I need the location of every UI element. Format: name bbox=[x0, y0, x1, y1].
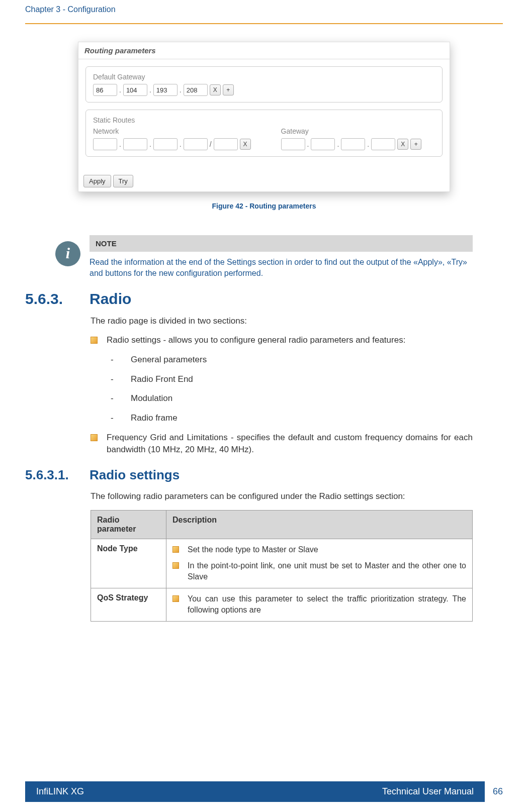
net-octet-4[interactable] bbox=[184, 138, 208, 150]
gw-add-button[interactable]: + bbox=[223, 84, 234, 95]
net-octet-2[interactable] bbox=[123, 138, 147, 150]
sub-radio-front-end: -Radio Front End bbox=[107, 373, 473, 386]
section-title-radio-settings: Radio settings bbox=[90, 467, 180, 483]
cell-node-type: Node Type bbox=[91, 539, 166, 588]
note-title: NOTE bbox=[90, 235, 473, 252]
section-number-5631: 5.6.3.1. bbox=[25, 467, 80, 483]
gw-octet-2[interactable]: 104 bbox=[123, 84, 147, 96]
page-footer: InfiLINK XG Technical User Manual 66 bbox=[25, 781, 503, 802]
routing-parameters-panel: Routing parameters Default Gateway 86. 1… bbox=[78, 42, 450, 192]
info-icon: i bbox=[55, 241, 80, 266]
gw-octet-3[interactable]: 193 bbox=[153, 84, 178, 96]
panel-title: Routing parameters bbox=[78, 42, 450, 59]
section-intro-1: The radio page is divided in two section… bbox=[91, 315, 473, 328]
static-routes-box: Static Routes Network . . . / X bbox=[85, 110, 443, 157]
cell-qos-strategy: QoS Strategy bbox=[91, 588, 166, 621]
gw-clear-button[interactable]: X bbox=[210, 84, 221, 95]
route-gw-octet-4[interactable] bbox=[371, 138, 395, 150]
section-title-radio: Radio bbox=[90, 290, 131, 308]
footer-product: InfiLINK XG bbox=[36, 786, 84, 797]
header-divider bbox=[25, 23, 503, 24]
route-add-button[interactable]: + bbox=[410, 139, 421, 150]
route-gw-octet-3[interactable] bbox=[341, 138, 365, 150]
net-octet-1[interactable] bbox=[93, 138, 117, 150]
radio-parameters-table: Radio parameter Description Node Type Se… bbox=[91, 510, 473, 622]
cidr-slash: / bbox=[210, 140, 212, 148]
node-type-bullet-1: Set the node type to Master or Slave bbox=[172, 544, 466, 555]
network-label: Network bbox=[93, 127, 251, 135]
sub-radio-frame: -Radio frame bbox=[107, 412, 473, 425]
sub-general-params: -General parameters bbox=[107, 354, 473, 366]
gw-octet-1[interactable]: 86 bbox=[93, 84, 117, 96]
static-routes-label: Static Routes bbox=[93, 116, 435, 124]
gw-octet-4[interactable]: 208 bbox=[184, 84, 208, 96]
net-clear-button[interactable]: X bbox=[240, 139, 251, 150]
try-button[interactable]: Try bbox=[113, 175, 133, 187]
chapter-header: Chapter 3 - Configuration bbox=[25, 0, 503, 19]
apply-button[interactable]: Apply bbox=[83, 175, 111, 187]
net-mask[interactable] bbox=[214, 138, 238, 150]
route-clear-button[interactable]: X bbox=[397, 139, 408, 150]
default-gateway-box: Default Gateway 86. 104. 193. 208 X + bbox=[85, 66, 443, 103]
th-description: Description bbox=[166, 510, 473, 539]
note-text: Read the information at the end of the S… bbox=[90, 257, 473, 279]
table-row-node-type: Node Type Set the node type to Master or… bbox=[91, 539, 473, 588]
figure-caption: Figure 42 - Routing parameters bbox=[78, 202, 450, 210]
node-type-bullet-2: In the point-to-point link, one unit mus… bbox=[172, 560, 466, 583]
section-number-563: 5.6.3. bbox=[25, 290, 80, 308]
net-octet-3[interactable] bbox=[153, 138, 178, 150]
figure-42: Routing parameters Default Gateway 86. 1… bbox=[78, 37, 450, 225]
qos-bullet-1: You can use this parameter to select the… bbox=[172, 593, 466, 616]
route-gw-octet-2[interactable] bbox=[311, 138, 335, 150]
th-radio-parameter: Radio parameter bbox=[91, 510, 166, 539]
page-number: 66 bbox=[485, 786, 503, 797]
bullet-frequency-grid: Frequency Grid and Limitations - specifi… bbox=[91, 432, 473, 456]
section-intro-2: The following radio parameters can be co… bbox=[91, 490, 473, 503]
bullet-radio-settings: Radio settings - allows you to configure… bbox=[91, 334, 473, 424]
default-gateway-label: Default Gateway bbox=[93, 73, 435, 81]
route-gw-octet-1[interactable] bbox=[281, 138, 305, 150]
footer-doc-title: Technical User Manual bbox=[382, 786, 474, 797]
gateway-col-label: Gateway bbox=[281, 127, 422, 135]
sub-modulation: -Modulation bbox=[107, 392, 473, 405]
table-row-qos: QoS Strategy You can use this parameter … bbox=[91, 588, 473, 621]
